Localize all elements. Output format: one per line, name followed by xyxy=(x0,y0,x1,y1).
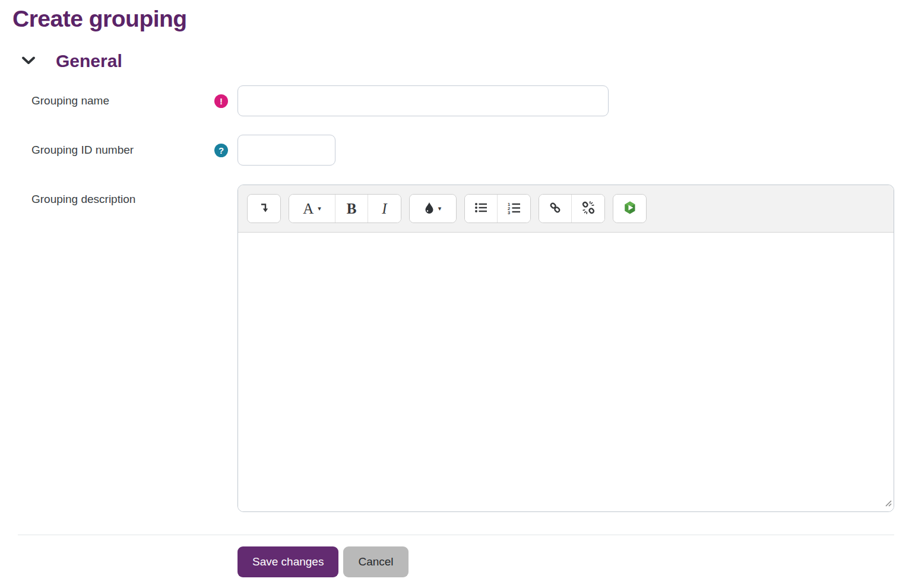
grouping-id-control xyxy=(238,135,894,166)
section-title-general: General xyxy=(56,51,122,71)
section-collapse-toggle[interactable] xyxy=(20,55,37,68)
caret-down-icon: ▾ xyxy=(438,205,442,212)
font-styles-icon: A xyxy=(303,201,314,217)
chevron-down-icon xyxy=(21,56,36,67)
italic-button[interactable]: I xyxy=(368,195,401,223)
grouping-id-row: Grouping ID number ? xyxy=(12,135,894,166)
font-color-button[interactable]: ▾ xyxy=(410,195,456,223)
toolbar-group-links xyxy=(539,194,605,223)
grouping-name-label-cell: Grouping name ! xyxy=(12,85,238,116)
unlink-icon xyxy=(581,201,596,217)
cancel-button[interactable]: Cancel xyxy=(343,546,408,577)
editor-toolbar: A▾ B I xyxy=(238,185,894,233)
toolbar-group-collapse xyxy=(247,194,281,223)
grouping-name-control xyxy=(238,85,894,116)
toolbar-group-media xyxy=(613,194,647,223)
link-button[interactable] xyxy=(539,195,572,223)
grouping-id-input[interactable] xyxy=(238,135,335,166)
resize-handle[interactable] xyxy=(884,498,892,510)
grouping-description-control: A▾ B I xyxy=(238,185,894,512)
media-button[interactable] xyxy=(613,195,646,223)
rich-text-editor: A▾ B I xyxy=(238,185,894,512)
help-icon[interactable]: ? xyxy=(214,144,228,157)
grouping-description-row: Grouping description xyxy=(12,185,894,512)
save-changes-button[interactable]: Save changes xyxy=(238,546,338,577)
bold-icon: B xyxy=(347,201,357,217)
create-grouping-page: Create grouping General Grouping name ! … xyxy=(0,0,912,588)
ordered-list-button[interactable]: 1 2 3 xyxy=(498,195,530,223)
insert-media-icon xyxy=(622,200,638,217)
toolbar-group-lists: 1 2 3 xyxy=(464,194,531,223)
form-actions: Save changes Cancel xyxy=(12,546,894,577)
page-title: Create grouping xyxy=(12,6,894,32)
svg-text:3: 3 xyxy=(508,210,510,215)
required-icon: ! xyxy=(214,94,228,108)
grouping-description-label-cell: Grouping description xyxy=(12,185,238,512)
grouping-description-label: Grouping description xyxy=(31,193,135,206)
grouping-id-label-cell: Grouping ID number ? xyxy=(12,135,238,166)
grouping-name-input[interactable] xyxy=(238,85,609,116)
grouping-description-textarea[interactable] xyxy=(238,233,894,511)
caret-down-icon: ▾ xyxy=(318,205,321,212)
toolbar-group-text: A▾ B I xyxy=(289,194,401,223)
grouping-name-label: Grouping name xyxy=(31,94,109,107)
unordered-list-button[interactable] xyxy=(465,195,498,223)
footer-divider xyxy=(18,535,894,535)
bold-button[interactable]: B xyxy=(335,195,368,223)
font-color-droplet-icon xyxy=(425,202,434,216)
toolbar-group-color: ▾ xyxy=(409,194,457,223)
expand-toolbar-icon xyxy=(258,201,271,216)
unordered-list-icon xyxy=(474,201,488,216)
expand-toolbar-button[interactable] xyxy=(248,195,280,223)
font-styles-button[interactable]: A▾ xyxy=(289,195,335,223)
ordered-list-icon: 1 2 3 xyxy=(507,201,521,216)
grouping-name-row: Grouping name ! xyxy=(12,85,894,116)
general-section-header: General xyxy=(12,51,894,71)
link-icon xyxy=(548,201,562,217)
unlink-button[interactable] xyxy=(572,195,604,223)
italic-icon: I xyxy=(382,201,387,217)
grouping-id-label: Grouping ID number xyxy=(31,144,134,157)
